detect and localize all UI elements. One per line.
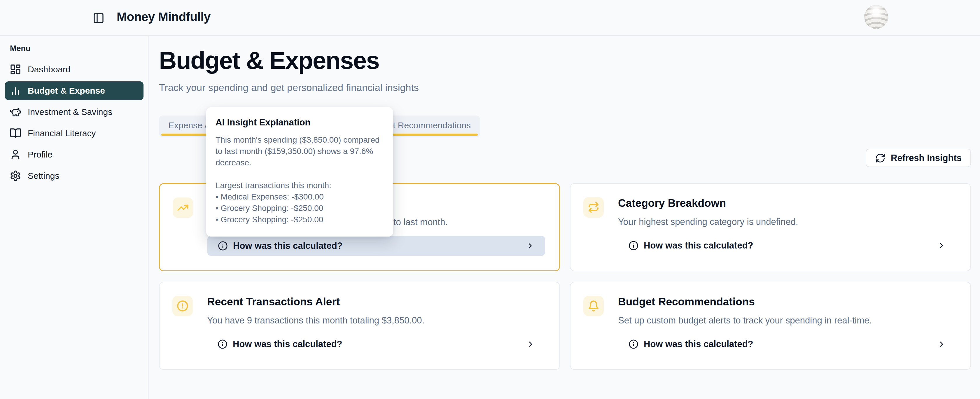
sidebar-item-dashboard[interactable]: Dashboard xyxy=(5,60,143,79)
card-title: Recent Transactions Alert xyxy=(207,296,340,308)
tab-recommendations[interactable]: ct Recommendations xyxy=(388,116,471,135)
how-calculated-button[interactable]: How was this calculated? xyxy=(618,236,956,256)
card-body: Set up custom budget alerts to track you… xyxy=(618,315,872,326)
sidebar-item-label: Settings xyxy=(28,171,59,181)
chevron-right-icon xyxy=(937,241,946,250)
ai-insight-popup: AI Insight Explanation This month's spen… xyxy=(206,107,393,237)
book-open-icon xyxy=(10,127,21,139)
card-icon-box xyxy=(173,197,193,218)
sidebar-item-label: Dashboard xyxy=(28,64,71,75)
app-header: Money Mindfully xyxy=(0,0,980,36)
repeat-icon xyxy=(588,202,600,213)
gear-icon xyxy=(10,170,21,182)
how-calculated-button[interactable]: How was this calculated? xyxy=(207,334,546,354)
info-icon xyxy=(628,339,638,349)
info-icon xyxy=(218,241,228,251)
sidebar-item-investment-savings[interactable]: Investment & Savings xyxy=(5,103,143,121)
bar-chart-icon xyxy=(10,85,21,97)
card-icon-box xyxy=(583,197,604,218)
page-title: Budget & Expenses xyxy=(159,48,379,73)
app-title: Money Mindfully xyxy=(117,10,211,24)
bell-icon xyxy=(588,300,600,312)
page-subtitle: Track your spending and get personalized… xyxy=(159,82,419,93)
popup-title: AI Insight Explanation xyxy=(216,117,386,128)
card-icon-box xyxy=(583,296,604,316)
sidebar-item-profile[interactable]: Profile xyxy=(5,145,143,164)
panel-left-icon xyxy=(93,12,104,24)
popup-paragraph: This month's spending ($3,850.00) compar… xyxy=(216,134,386,168)
card-category-breakdown: Category Breakdown Your highest spending… xyxy=(570,183,971,271)
popup-bullet: • Grocery Shopping: -$250.00 xyxy=(216,214,386,225)
sidebar-item-budget-expense[interactable]: Budget & Expense xyxy=(5,81,143,100)
popup-list-intro: Largest transactions this month: xyxy=(216,180,386,191)
sidebar-toggle-button[interactable] xyxy=(93,12,104,24)
sidebar-item-financial-literacy[interactable]: Financial Literacy xyxy=(5,124,143,143)
tab-expense-analysis[interactable]: Expense A xyxy=(168,116,210,135)
sidebar-item-label: Investment & Savings xyxy=(28,107,112,117)
sidebar-nav: Dashboard Budget & Expense Investment & … xyxy=(0,60,148,185)
user-avatar[interactable] xyxy=(864,5,888,29)
how-calculated-label: How was this calculated? xyxy=(233,339,342,350)
sidebar-item-label: Budget & Expense xyxy=(28,86,105,96)
how-calculated-button[interactable]: How was this calculated? xyxy=(618,334,956,354)
sidebar-item-label: Financial Literacy xyxy=(28,128,95,138)
sidebar: Menu Dashboard Budget & Expense xyxy=(0,36,149,399)
card-title: Category Breakdown xyxy=(618,197,726,210)
card-body: Your highest spending category is undefi… xyxy=(618,217,798,227)
layout-dashboard-icon xyxy=(10,64,21,75)
card-icon-box xyxy=(172,296,193,316)
refresh-icon xyxy=(875,153,886,163)
how-calculated-label: How was this calculated? xyxy=(233,241,343,251)
info-icon xyxy=(628,241,638,251)
trending-up-icon xyxy=(177,202,189,213)
card-title: Budget Recommendations xyxy=(618,296,755,308)
card-body: You have 9 transactions this month total… xyxy=(207,315,425,326)
chevron-right-icon xyxy=(526,242,535,250)
chevron-right-icon xyxy=(937,340,946,348)
card-budget-recommendations: Budget Recommendations Set up custom bud… xyxy=(570,282,971,370)
piggy-bank-icon xyxy=(10,106,21,118)
refresh-insights-button[interactable]: Refresh Insights xyxy=(865,149,971,167)
how-calculated-label: How was this calculated? xyxy=(644,339,753,350)
chevron-right-icon xyxy=(526,340,535,348)
sidebar-menu-label: Menu xyxy=(10,44,148,53)
popup-bullet: • Medical Expenses: -$300.00 xyxy=(216,191,386,202)
user-icon xyxy=(10,149,21,161)
refresh-insights-label: Refresh Insights xyxy=(891,153,962,163)
info-icon xyxy=(218,339,228,349)
how-calculated-label: How was this calculated? xyxy=(644,240,753,251)
main-content: Budget & Expenses Track your spending an… xyxy=(149,36,980,399)
card-recent-transactions: Recent Transactions Alert You have 9 tra… xyxy=(159,282,560,370)
sidebar-item-settings[interactable]: Settings xyxy=(5,167,143,185)
popup-bullet: • Grocery Shopping: -$250.00 xyxy=(216,202,386,214)
alert-circle-icon xyxy=(177,300,188,312)
how-calculated-button[interactable]: How was this calculated? xyxy=(207,236,545,256)
card-body-fragment: to last month. xyxy=(393,217,448,227)
sidebar-item-label: Profile xyxy=(28,149,52,159)
